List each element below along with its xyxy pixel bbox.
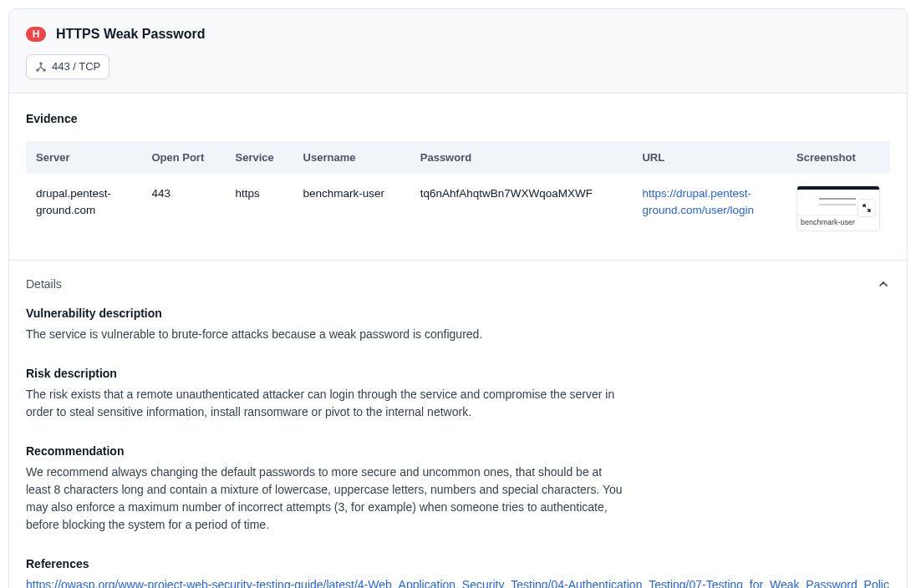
recommendation-text: We recommend always changing the default… — [26, 464, 628, 534]
evidence-header-row: Server Open Port Service Username Passwo… — [26, 141, 890, 175]
details-label: Details — [26, 276, 62, 293]
recommendation-heading: Recommendation — [26, 443, 628, 460]
references-block: References https://owasp.org/www-project… — [26, 555, 890, 589]
title-row: H HTTPS Weak Password — [26, 24, 890, 44]
recommendation-block: Recommendation We recommend always chang… — [26, 443, 628, 534]
vulnerability-description-block: Vulnerability description The service is… — [26, 305, 628, 343]
vulnerability-card: H HTTPS Weak Password 443 / TCP Evidence… — [8, 8, 908, 588]
cell-url: https://drupal.pentest-ground.com/user/l… — [632, 174, 786, 243]
vulnerability-description-text: The service is vulnerable to brute-force… — [26, 326, 628, 343]
col-server: Server — [26, 141, 141, 175]
cell-screenshot: benchmark-user — [786, 174, 890, 243]
port-chip[interactable]: 443 / TCP — [26, 54, 109, 79]
chevron-up-icon — [877, 277, 890, 291]
cell-service: https — [226, 174, 293, 243]
col-screenshot: Screenshot — [786, 141, 890, 175]
evidence-heading: Evidence — [26, 110, 890, 128]
evidence-section: Evidence Server Open Port Service Userna… — [9, 94, 907, 260]
risk-description-heading: Risk description — [26, 365, 628, 383]
thumb-line — [819, 204, 856, 205]
details-toggle[interactable]: Details — [26, 276, 890, 293]
port-chip-label: 443 / TCP — [52, 58, 100, 75]
col-service: Service — [226, 141, 293, 175]
risk-description-text: The risk exists that a remote unauthenti… — [26, 386, 628, 421]
references-heading: References — [26, 555, 890, 573]
vulnerability-title: HTTPS Weak Password — [56, 24, 205, 44]
cell-server: drupal.pentest-ground.com — [26, 174, 141, 243]
network-icon — [35, 61, 47, 73]
evidence-table: Server Open Port Service Username Passwo… — [26, 141, 890, 243]
vulnerability-description-heading: Vulnerability description — [26, 305, 628, 322]
evidence-url-link[interactable]: https://drupal.pentest-ground.com/user/l… — [642, 187, 754, 216]
col-open-port: Open Port — [141, 141, 225, 175]
col-username: Username — [293, 141, 410, 175]
screenshot-thumbnail[interactable]: benchmark-user — [796, 185, 880, 231]
cell-open-port: 443 — [141, 174, 225, 243]
cell-password: tq6nAhfAhqtwBn7WXWqoaMXWF — [410, 174, 633, 243]
evidence-table-wrap: Server Open Port Service Username Passwo… — [26, 141, 890, 243]
thumb-caption: benchmark-user — [797, 215, 879, 231]
table-row: drupal.pentest-ground.com 443 https benc… — [26, 174, 890, 243]
expand-button[interactable] — [857, 199, 876, 217]
risk-description-block: Risk description The risk exists that a … — [26, 365, 628, 421]
col-url: URL — [632, 141, 786, 175]
severity-badge: H — [26, 27, 46, 42]
card-header: H HTTPS Weak Password 443 / TCP — [9, 9, 907, 94]
details-section: Details Vulnerability description The se… — [9, 260, 907, 589]
cell-username: benchmark-user — [293, 174, 410, 243]
expand-icon — [862, 203, 872, 213]
thumb-line — [819, 198, 856, 200]
col-password: Password — [410, 141, 633, 175]
reference-link[interactable]: https://owasp.org/www-project-web-securi… — [26, 578, 889, 589]
